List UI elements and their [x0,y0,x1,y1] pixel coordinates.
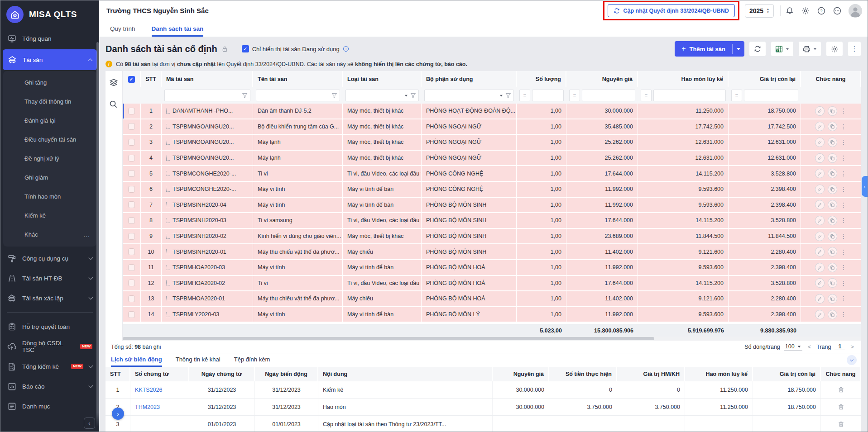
row-more-icon[interactable]: ⋮ [840,217,847,224]
prev-page-button[interactable]: < [806,343,813,350]
filter-cost-input[interactable] [582,90,635,101]
col-type[interactable]: Loại tài sản [343,71,422,87]
edit-icon[interactable] [815,200,825,209]
next-asset-button[interactable]: › [112,408,124,420]
asset-table-row[interactable]: 3 TSPBMNGOAINGU20... Máy lạnh Máy móc, t… [123,135,861,151]
edit-icon[interactable] [815,138,825,147]
caret-down-icon[interactable] [814,48,816,50]
delete-icon[interactable] [838,404,844,410]
filter-qty-input[interactable] [532,90,564,101]
side-panel-toggle[interactable]: ‹ [862,176,868,197]
asset-table-row[interactable]: 7 TSPBMSINH2020-04 Máy vi tính Máy vi tí… [123,198,861,214]
sidebar-collapse-button[interactable]: ‹ [84,418,95,429]
year-selector[interactable]: 2025 ▲ ▼ [745,4,774,18]
drag-handle-icon[interactable] [166,234,170,239]
asset-table-row[interactable]: 2 TSPBMNGOAINGU20... Bộ điều khiển trung… [123,119,861,135]
col-name[interactable]: Tên tài sản [253,71,343,87]
asset-table-row[interactable]: 10 TSPBMSINH2020-01 Máy thu chiếu vật th… [123,244,861,260]
add-asset-button[interactable]: + Thêm tài sản [675,41,744,57]
dcol-doc[interactable]: Số chứng từ [130,367,189,381]
print-button[interactable] [798,41,821,57]
col-code[interactable]: Mã tài sản [162,71,253,87]
dcol-content[interactable]: Nội dung [318,367,493,381]
year-spinner[interactable]: ▲ ▼ [767,8,769,14]
edit-icon[interactable] [815,216,825,225]
app-logo[interactable]: MISA QLTS [0,0,99,28]
row-more-icon[interactable]: ⋮ [840,280,847,287]
edit-icon[interactable] [815,232,825,241]
submenu-item[interactable]: Ghi giảm [3,168,96,187]
search-icon[interactable] [109,100,118,109]
row-more-icon[interactable]: ⋮ [840,154,847,161]
asset-table-row[interactable]: 4 TSPBMNGOAINGU20... Máy lạnh Máy móc, t… [123,151,861,166]
submenu-item[interactable]: Tính hao mòn [3,187,96,206]
duplicate-icon[interactable] [828,294,837,304]
document-link[interactable]: THM2023 [135,404,160,410]
edit-icon[interactable] [815,247,825,256]
per-page-select[interactable]: 100 [784,343,802,351]
row-more-icon[interactable]: ⋮ [840,248,847,256]
row-checkbox[interactable] [128,108,135,114]
filter-dep-operator[interactable]: = [641,90,652,101]
dcol-change-date[interactable]: Ngày biến động [255,367,318,381]
more-options-icon[interactable] [833,6,841,15]
drag-handle-icon[interactable] [166,280,170,285]
row-more-icon[interactable]: ⋮ [840,295,847,302]
drag-handle-icon[interactable] [166,187,170,192]
col-dept[interactable]: Bộ phận sử dụng [422,71,517,87]
dcol-cost[interactable]: Nguyên giá [493,367,549,381]
notification-bell-icon[interactable] [785,6,794,15]
asset-table-row[interactable]: 11 TSPBMHOA2020-03 Máy vi tính Máy vi tí… [123,260,861,276]
user-avatar[interactable] [849,4,862,18]
layers-icon[interactable] [109,78,118,87]
sidebar-item-ht-db[interactable]: Tài sản HT-ĐB [0,268,99,288]
submenu-item[interactable]: Đề nghị xử lý [3,149,96,168]
row-checkbox[interactable] [128,311,135,318]
tab-declare-info[interactable]: Thông tin kê khai [176,353,221,367]
tab-danh-sach-tai-san[interactable]: Danh sách tài sản [152,21,204,37]
edit-icon[interactable] [815,106,825,116]
submenu-item[interactable]: Kiểm kê [3,206,96,225]
row-more-icon[interactable]: ⋮ [840,233,847,240]
dcol-dep[interactable]: Hao mòn lũy kế [685,367,753,381]
row-checkbox[interactable] [128,186,135,193]
edit-icon[interactable] [815,263,825,272]
row-more-icon[interactable]: ⋮ [840,170,847,177]
dcol-amount[interactable]: Số tiền thực hiện [549,367,617,381]
drag-handle-icon[interactable] [166,124,170,129]
col-remain[interactable]: Giá trị còn lại [729,71,801,87]
more-icon[interactable]: ... [83,225,90,244]
col-stt[interactable]: STT [141,71,162,87]
row-checkbox[interactable] [128,155,135,161]
duplicate-icon[interactable] [828,153,837,163]
row-more-icon[interactable]: ⋮ [840,138,847,146]
duplicate-icon[interactable] [828,185,837,194]
submenu-item-khac[interactable]: Khác ... [3,225,96,244]
row-checkbox[interactable] [128,233,135,240]
row-more-icon[interactable]: ⋮ [840,264,847,271]
duplicate-icon[interactable] [828,200,837,209]
filter-code-input[interactable] [164,90,250,101]
col-dep[interactable]: Hao mòn lũy kế [638,71,729,87]
edit-icon[interactable] [815,294,825,304]
spin-down-icon[interactable]: ▼ [767,11,769,14]
row-more-icon[interactable]: ⋮ [840,185,847,193]
duplicate-icon[interactable] [828,232,837,241]
help-icon[interactable]: ? [817,6,825,15]
more-menu-button[interactable]: ⋮ [848,41,861,57]
caret-down-icon[interactable] [786,48,789,50]
edit-icon[interactable] [815,122,825,131]
duplicate-icon[interactable] [828,310,837,319]
edit-icon[interactable] [815,153,825,163]
horizontal-scrollbar[interactable] [123,337,861,341]
duplicate-icon[interactable] [828,169,837,178]
sidebar-item-overview[interactable]: Tổng quan [0,28,99,48]
row-more-icon[interactable]: ⋮ [840,107,847,114]
col-qty[interactable]: Số lượng [517,71,566,87]
row-more-icon[interactable]: ⋮ [840,311,847,318]
drag-handle-icon[interactable] [166,249,170,254]
duplicate-icon[interactable] [828,263,837,272]
filter-type-select[interactable] [345,90,419,101]
edit-icon[interactable] [815,310,825,319]
sidebar-item-reports[interactable]: Báo cáo [0,376,99,396]
